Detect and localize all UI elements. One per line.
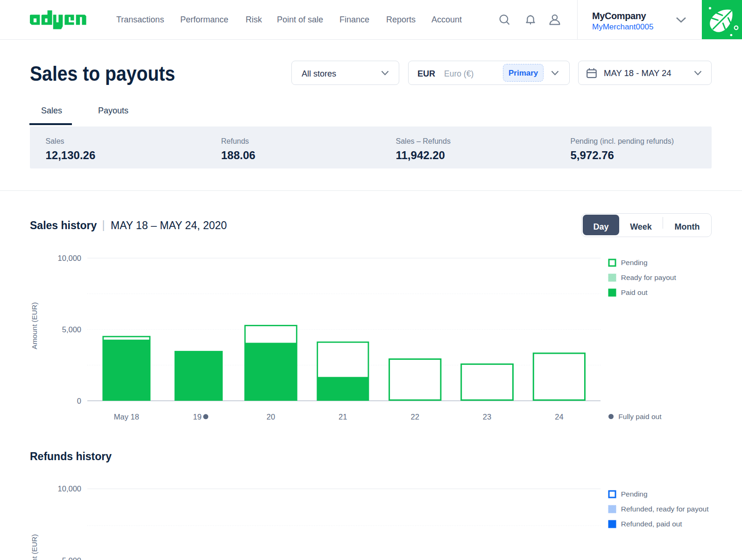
svg-text:Pending: Pending (621, 490, 648, 498)
svg-text:Paid out: Paid out (621, 288, 648, 296)
svg-text:21: 21 (339, 413, 347, 421)
svg-text:20: 20 (267, 413, 275, 421)
svg-text:Refunded, ready for payout: Refunded, ready for payout (621, 505, 709, 513)
svg-text:Ready for payout: Ready for payout (621, 273, 677, 281)
svg-text:22: 22 (411, 413, 419, 421)
svg-text:5,000: 5,000 (62, 325, 81, 334)
svg-text:5,000: 5,000 (62, 556, 81, 560)
svg-text:Fully paid out: Fully paid out (618, 413, 662, 420)
svg-text:Amount (EUR): Amount (EUR) (30, 534, 38, 560)
svg-text:10,000: 10,000 (58, 254, 81, 262)
svg-text:0: 0 (77, 397, 81, 405)
svg-text:24: 24 (555, 413, 563, 421)
svg-text:23: 23 (483, 413, 491, 421)
svg-text:Amount (EUR): Amount (EUR) (30, 302, 38, 350)
svg-text:19: 19 (193, 413, 201, 421)
svg-text:Refunded, paid out: Refunded, paid out (621, 520, 683, 528)
svg-text:10,000: 10,000 (58, 484, 81, 493)
svg-text:Pending: Pending (621, 259, 648, 266)
svg-text:May 18: May 18 (114, 413, 139, 421)
